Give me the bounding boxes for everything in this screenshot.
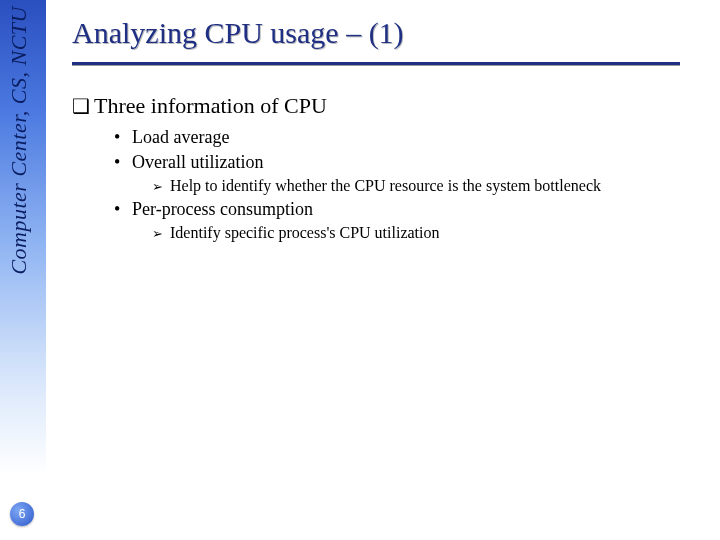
page-number: 6 — [19, 507, 26, 521]
list-text: Identify specific process's CPU utilizat… — [170, 224, 704, 242]
list-text: Help to identify whether the CPU resourc… — [170, 177, 704, 195]
dot-bullet-icon: • — [114, 152, 132, 173]
list-item: • Overall utilization — [114, 152, 704, 173]
slide: Computer Center, CS, NCTU 6 Analyzing CP… — [0, 0, 720, 540]
list-item: ➢ Help to identify whether the CPU resou… — [152, 177, 704, 195]
list-item: ❑ Three information of CPU — [72, 93, 704, 119]
content-area: Analyzing CPU usage – (1) ❑ Three inform… — [72, 16, 704, 524]
triangle-bullet-icon: ➢ — [152, 226, 170, 242]
list-item: • Per-process consumption — [114, 199, 704, 220]
sidebar-gradient: Computer Center, CS, NCTU — [0, 0, 46, 540]
slide-title: Analyzing CPU usage – (1) — [72, 16, 704, 60]
triangle-bullet-icon: ➢ — [152, 179, 170, 195]
list-text: Load average — [132, 127, 704, 148]
organization-label: Computer Center, CS, NCTU — [6, 6, 32, 275]
title-underline — [72, 62, 680, 65]
list-text: Three information of CPU — [94, 93, 704, 119]
list-text: Per-process consumption — [132, 199, 704, 220]
dot-bullet-icon: • — [114, 199, 132, 220]
list-text: Overall utilization — [132, 152, 704, 173]
square-bullet-icon: ❑ — [72, 94, 94, 118]
page-number-badge: 6 — [10, 502, 34, 526]
list-item: • Load average — [114, 127, 704, 148]
list-item: ➢ Identify specific process's CPU utiliz… — [152, 224, 704, 242]
body: ❑ Three information of CPU • Load averag… — [72, 93, 704, 242]
dot-bullet-icon: • — [114, 127, 132, 148]
